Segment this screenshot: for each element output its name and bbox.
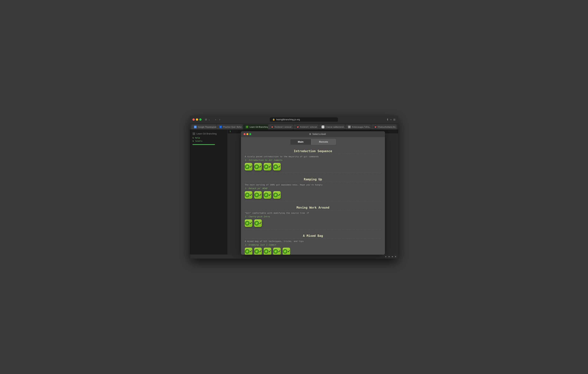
- tab-wiki[interactable]: W Список найвеличні...: [319, 125, 345, 129]
- section-mixed-desc: A mixed bag of Git techniques, tricks, a…: [245, 240, 381, 243]
- browser-window: ⊞ ⌄ ‹ › 🔒 learngitbranching.js.org ⬆ + ⊞…: [190, 116, 398, 259]
- status-icon-1: ●: [385, 255, 387, 258]
- close-button[interactable]: [192, 118, 195, 121]
- tab-wiki-label: Список найвеличні...: [326, 126, 345, 128]
- section-moving-icons: [245, 219, 381, 227]
- level-mix-1[interactable]: [245, 248, 252, 255]
- level-mix-3[interactable]: [264, 248, 271, 255]
- modal-maximize-button[interactable]: [249, 133, 251, 135]
- tab-practice-label: Practice Quiz: Befor...: [223, 126, 243, 128]
- select-level-modal: ⚙ Select a level Main Remote Introductio…: [241, 131, 385, 255]
- tab-git[interactable]: 🌿 Learn Git Branching: [243, 125, 268, 129]
- level-intro-4[interactable]: [273, 163, 281, 171]
- minimize-button[interactable]: [196, 118, 198, 121]
- section-intro-icons: [245, 163, 381, 171]
- tab-remote[interactable]: Remote: [311, 139, 336, 145]
- section-intro: Introduction Sequence A nicely paced int…: [245, 148, 381, 171]
- tab-wiki-favicon: W: [322, 126, 324, 128]
- level-ramp-2[interactable]: [254, 191, 262, 199]
- nav-buttons: ‹ ›: [214, 118, 221, 122]
- level-mix-2[interactable]: [254, 248, 262, 255]
- tab-google[interactable]: G Google Переводчик: [191, 125, 216, 129]
- section-rampup: Ramping Up The next serving of 100% git …: [245, 176, 381, 199]
- section-moving-desc: "Git" comfortable with modifying the sou…: [245, 212, 381, 214]
- divider-1: [245, 173, 381, 173]
- forward-button[interactable]: ›: [218, 118, 221, 122]
- section-moving-title: Moving Work Around: [245, 204, 381, 210]
- toolbar-icons: ⊞ ⌄: [205, 118, 210, 121]
- tab-frontend1-label: frontend | :octocat:...: [275, 126, 293, 128]
- level-mix-4[interactable]: [273, 248, 281, 255]
- level-intro-1[interactable]: [245, 163, 252, 171]
- tab-google-favicon: G: [194, 126, 197, 128]
- level-ramp-4[interactable]: [273, 191, 281, 199]
- chevron-down-icon[interactable]: ⌄: [208, 118, 210, 121]
- section-intro-desc: A nicely paced introduction to the major…: [245, 155, 381, 158]
- tabs-bar: G Google Переводчик C Practice Quiz: Bef…: [190, 124, 398, 129]
- lock-icon: 🔒: [273, 118, 275, 121]
- modal-traffic-lights: [244, 133, 251, 135]
- tab-row: Main Remote: [241, 137, 385, 145]
- traffic-lights: [192, 118, 201, 121]
- tab-khatsur-label: Khatsur/kottans-fro...: [378, 126, 397, 128]
- sidebar-cmd-help[interactable]: $ help: [190, 136, 228, 139]
- level-move-2[interactable]: [254, 219, 262, 227]
- grid-icon[interactable]: ⊞: [393, 118, 396, 121]
- tab-alex[interactable]: A Александра Гейль...: [345, 125, 371, 129]
- tab-frontend1-favicon: 🐙: [271, 126, 273, 128]
- tab-frontend2[interactable]: 🐙 frontend | :octocat:...: [294, 125, 319, 129]
- section-rampup-title: Ramping Up: [245, 176, 381, 182]
- status-icon-2: ●: [388, 255, 390, 258]
- section-moving-level-label: 1: Cherry-pick Intro: [245, 215, 381, 218]
- tab-practice-favicon: C: [219, 126, 222, 128]
- gear-icon: ⚙: [309, 133, 311, 136]
- divider-3: [245, 229, 381, 229]
- tab-frontend2-favicon: 🐙: [296, 126, 299, 128]
- status-icon-3: ●: [392, 255, 393, 258]
- main-content: ⬛ Learn Git Branching $ help $ levels ⚙: [190, 129, 398, 255]
- section-rampup-level-label: 1: Detach yo' HEAD: [245, 187, 381, 190]
- level-move-1[interactable]: [245, 219, 252, 227]
- tab-alex-favicon: A: [348, 126, 351, 128]
- address-bar[interactable]: 🔒 learngitbranching.js.org: [270, 118, 338, 122]
- level-ramp-1[interactable]: [245, 191, 252, 199]
- new-tab-icon[interactable]: +: [390, 118, 392, 121]
- sidebar: ⬛ Learn Git Branching $ help $ levels: [190, 129, 228, 255]
- address-text: learngitbranching.js.org: [276, 118, 300, 121]
- tab-alex-label: Александра Гейль...: [352, 126, 371, 128]
- section-mixed-icons: [245, 248, 381, 255]
- sidebar-toggle-icon[interactable]: ⊞: [205, 118, 207, 121]
- sidebar-cmd-levels[interactable]: $ levels: [190, 139, 228, 143]
- modal-title: ⚙ Select a level: [253, 133, 382, 136]
- maximize-button[interactable]: [199, 118, 201, 121]
- section-mixed: A Mixed Bag A mixed bag of Git technique…: [245, 233, 381, 255]
- tab-main[interactable]: Main: [290, 139, 311, 145]
- sidebar-bar: [192, 144, 215, 145]
- modal-titlebar: ⚙ Select a level: [241, 131, 385, 137]
- tab-git-favicon: 🌿: [246, 126, 248, 128]
- toolbar-right: ⬆ + ⊞: [387, 118, 396, 121]
- tab-khatsur[interactable]: 🐙 Khatsur/kottans-fro...: [371, 125, 397, 129]
- modal-close-button[interactable]: [244, 133, 245, 135]
- tab-practice[interactable]: C Practice Quiz: Befor...: [217, 125, 243, 129]
- level-intro-2[interactable]: [254, 163, 262, 171]
- level-mix-5[interactable]: [283, 248, 290, 255]
- modal-minimize-button[interactable]: [246, 133, 248, 135]
- modal-body: Introduction Sequence A nicely paced int…: [241, 145, 385, 255]
- tab-frontend1[interactable]: 🐙 frontend | :octocat:...: [268, 125, 293, 129]
- level-ramp-3[interactable]: [264, 191, 271, 199]
- section-moving: Moving Work Around "Git" comfortable wit…: [245, 204, 381, 227]
- titlebar: ⊞ ⌄ ‹ › 🔒 learngitbranching.js.org ⬆ + ⊞: [190, 116, 398, 124]
- modal-title-text: Select a level: [312, 133, 326, 136]
- address-bar-container: 🔒 learngitbranching.js.org: [223, 118, 385, 122]
- back-button[interactable]: ‹: [214, 118, 217, 122]
- modal-area: ⚙ Select a level Main Remote Introductio…: [228, 129, 398, 255]
- level-intro-3[interactable]: [264, 163, 271, 171]
- tab-git-label: Learn Git Branching: [250, 126, 268, 128]
- tab-khatsur-favicon: 🐙: [374, 126, 377, 128]
- terminal-prompt: $: [230, 130, 231, 133]
- status-icon-4: ●: [395, 255, 396, 258]
- section-rampup-desc: The next serving of 100% git awesomes-ne…: [245, 184, 381, 186]
- share-icon[interactable]: ⬆: [387, 118, 389, 121]
- tab-google-label: Google Переводчик: [198, 126, 216, 128]
